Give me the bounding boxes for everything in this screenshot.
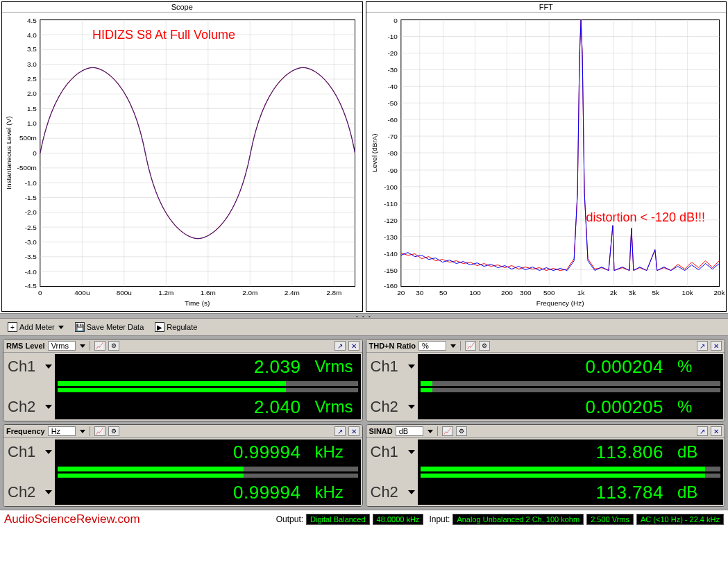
fft-title: FFT xyxy=(366,2,727,12)
gear-icon[interactable]: ⚙ xyxy=(108,341,119,351)
svg-text:-10: -10 xyxy=(387,33,398,41)
chevron-down-icon[interactable] xyxy=(408,450,415,454)
frequency-meter: Frequency Hz 📈 ⚙ ↗ ✕ Ch10.99994kHz Ch20.… xyxy=(3,424,363,507)
input-bandwidth[interactable]: AC (<10 Hz) - 22.4 kHz xyxy=(636,514,724,525)
thdn-ch1-label: Ch1 xyxy=(371,358,398,376)
svg-text:-150: -150 xyxy=(383,267,397,274)
fft-ylabel: Level (dBrA) xyxy=(370,133,378,171)
fft-annotation: distortion < -120 dB!!! xyxy=(586,210,705,225)
svg-text:2.5: 2.5 xyxy=(27,75,37,83)
rms-unit-select[interactable]: Vrms xyxy=(48,341,76,351)
svg-text:-20: -20 xyxy=(387,49,398,57)
svg-text:800u: 800u xyxy=(117,289,132,296)
chevron-down-icon[interactable] xyxy=(45,490,52,494)
rms-ch1-bar xyxy=(58,381,358,386)
popout-icon[interactable]: ↗ xyxy=(697,426,708,436)
svg-text:-30: -30 xyxy=(387,66,398,74)
popout-icon[interactable]: ↗ xyxy=(335,426,346,436)
chevron-down-icon[interactable] xyxy=(408,405,415,409)
freq-unit-select[interactable]: Hz xyxy=(48,426,76,436)
thdn-ch1-unit: % xyxy=(677,357,718,376)
svg-text:2.0m: 2.0m xyxy=(242,289,257,296)
svg-text:-100: -100 xyxy=(383,183,397,191)
svg-text:1k: 1k xyxy=(577,289,584,296)
chevron-down-icon[interactable] xyxy=(45,365,52,369)
svg-text:-2.0: -2.0 xyxy=(25,208,37,216)
svg-text:2k: 2k xyxy=(609,289,617,296)
fft-chart[interactable]: 0-10-20-30-40-50-60-70-80-90-100-110-120… xyxy=(366,12,727,311)
thdn-ch2-unit: % xyxy=(677,397,718,417)
svg-text:-2.5: -2.5 xyxy=(25,224,37,231)
graph-icon[interactable]: 📈 xyxy=(94,426,105,436)
chevron-down-icon[interactable] xyxy=(428,430,433,433)
thdn-unit-select[interactable]: % xyxy=(418,341,446,351)
sinad-meter: SINAD dB 📈 ⚙ ↗ ✕ Ch1113.806dB Ch2113.784… xyxy=(366,424,726,507)
svg-text:-500m: -500m xyxy=(17,164,37,171)
play-icon: ▶ xyxy=(155,322,164,332)
svg-text:20k: 20k xyxy=(713,289,725,296)
sinad-ch1-value: 113.806 xyxy=(596,442,663,463)
popout-icon[interactable]: ↗ xyxy=(335,341,346,351)
rms-ch2-unit: Vrms xyxy=(315,397,355,417)
svg-text:3k: 3k xyxy=(628,289,636,296)
rms-ch1-label: Ch1 xyxy=(8,358,35,376)
sinad-ch2-label: Ch2 xyxy=(371,483,398,501)
chevron-down-icon[interactable] xyxy=(450,344,456,348)
output-mode[interactable]: Digital Balanced xyxy=(306,514,370,525)
input-level[interactable]: 2.500 Vrms xyxy=(586,514,634,525)
graph-icon[interactable]: 📈 xyxy=(94,341,105,351)
close-icon[interactable]: ✕ xyxy=(711,426,722,436)
gear-icon[interactable]: ⚙ xyxy=(479,341,490,351)
svg-text:4.5: 4.5 xyxy=(27,17,37,24)
close-icon[interactable]: ✕ xyxy=(348,426,359,436)
thdn-ch2-bar xyxy=(421,388,721,393)
scope-ylabel: Instantaneous Level (V) xyxy=(5,116,12,189)
svg-text:-160: -160 xyxy=(383,282,397,290)
scope-title: Scope xyxy=(2,2,362,12)
sinad-ch1-label: Ch1 xyxy=(371,443,398,461)
thdn-ch2-value: 0.000205 xyxy=(586,396,663,418)
chevron-down-icon[interactable] xyxy=(408,365,415,369)
scope-panel: Scope HIDIZS S8 At Full Volume 4.54.03.5… xyxy=(1,1,363,312)
close-icon[interactable]: ✕ xyxy=(348,341,359,351)
svg-text:20: 20 xyxy=(397,289,405,296)
scope-chart[interactable]: 4.54.03.53.02.52.01.51.0500m0-500m-1.0-1… xyxy=(2,12,362,311)
rms-level-meter: RMS Level Vrms 📈 ⚙ ↗ ✕ Ch12.039Vrms Ch22… xyxy=(3,339,363,421)
freq-name: Frequency xyxy=(6,427,45,435)
input-mode[interactable]: Analog Unbalanced 2 Ch, 100 kohm xyxy=(452,514,584,525)
chevron-down-icon[interactable] xyxy=(80,344,85,348)
chevron-down-icon[interactable] xyxy=(408,490,415,494)
chevron-down-icon[interactable] xyxy=(80,430,85,433)
freq-ch2-bar xyxy=(58,474,358,478)
gear-icon[interactable]: ⚙ xyxy=(456,426,467,436)
chevron-down-icon[interactable] xyxy=(45,450,52,454)
gear-icon[interactable]: ⚙ xyxy=(108,426,119,436)
sinad-unit-select[interactable]: dB xyxy=(396,426,423,436)
thdn-meter: THD+N Ratio % 📈 ⚙ ↗ ✕ Ch10.000204% Ch20.… xyxy=(366,339,726,421)
graph-icon[interactable]: 📈 xyxy=(442,426,453,436)
svg-text:-40: -40 xyxy=(387,83,398,90)
popout-icon[interactable]: ↗ xyxy=(697,341,708,351)
status-bar: AudioScienceReview.com Output: Digital B… xyxy=(0,510,728,528)
graph-icon[interactable]: 📈 xyxy=(465,341,476,351)
svg-text:-60: -60 xyxy=(387,116,398,124)
close-icon[interactable]: ✕ xyxy=(711,341,722,351)
save-meter-button[interactable]: 💾Save Meter Data xyxy=(70,320,149,334)
thdn-ch1-bar xyxy=(421,381,721,386)
output-rate[interactable]: 48.0000 kHz xyxy=(373,514,424,525)
svg-text:-120: -120 xyxy=(383,217,397,224)
sinad-name: SINAD xyxy=(369,427,393,435)
chevron-down-icon[interactable] xyxy=(45,405,52,409)
svg-text:-50: -50 xyxy=(387,99,398,107)
svg-text:300: 300 xyxy=(520,289,532,296)
regulate-button[interactable]: ▶Regulate xyxy=(150,320,202,334)
freq-ch1-unit: kHz xyxy=(315,442,355,462)
watermark: AudioScienceReview.com xyxy=(4,512,140,526)
freq-ch1-value: 0.99994 xyxy=(233,442,300,463)
horizontal-splitter[interactable]: • • • xyxy=(0,313,728,319)
add-meter-button[interactable]: +Add Meter xyxy=(3,320,69,334)
svg-text:50: 50 xyxy=(439,289,448,296)
freq-ch2-value: 0.99994 xyxy=(233,482,300,503)
fft-xlabel: Frequency (Hz) xyxy=(536,299,584,307)
regulate-label: Regulate xyxy=(167,323,197,331)
